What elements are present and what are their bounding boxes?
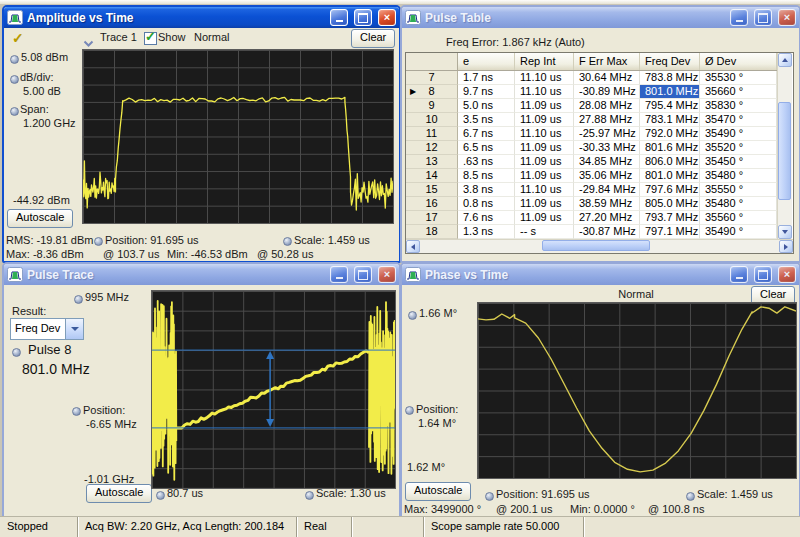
- row-number-cell[interactable]: 16: [406, 197, 458, 211]
- row-number-cell[interactable]: 7: [406, 71, 458, 85]
- horizontal-scroll-thumb[interactable]: [542, 240, 650, 251]
- table-cell[interactable]: -30.33 MHz: [574, 141, 640, 155]
- table-cell[interactable]: 806.0 MHz: [640, 155, 700, 169]
- table-cell[interactable]: 35830 °: [700, 99, 777, 113]
- top-reference-knob-icon[interactable]: [10, 55, 19, 64]
- table-cell[interactable]: 801.0 MHz: [640, 85, 700, 99]
- table-cell[interactable]: 797.1 MHz: [640, 225, 700, 239]
- table-cell[interactable]: 11.10 us: [515, 127, 574, 141]
- trace-selector-label[interactable]: Trace 1: [100, 31, 137, 43]
- table-cell[interactable]: 797.6 MHz: [640, 183, 700, 197]
- table-cell[interactable]: 35.06 MHz: [574, 169, 640, 183]
- table-cell[interactable]: 35470 °: [700, 113, 777, 127]
- dbdiv-knob-icon[interactable]: [10, 75, 19, 84]
- span-label[interactable]: Span:: [20, 103, 49, 115]
- table-row[interactable]: 116.7 ns11.10 us-25.97 MHz792.0 MHz35490…: [406, 127, 777, 141]
- table-cell[interactable]: 30.64 MHz: [574, 71, 640, 85]
- table-cell[interactable]: 1.3 ns: [458, 225, 515, 239]
- row-number-cell[interactable]: 18: [406, 225, 458, 239]
- autoscale-button[interactable]: Autoscale: [7, 209, 73, 228]
- autoscale-button[interactable]: Autoscale: [405, 482, 471, 501]
- scroll-left-button[interactable]: [406, 240, 420, 253]
- table-cell[interactable]: 35490 °: [700, 225, 777, 239]
- table-cell[interactable]: 11.09 us: [515, 141, 574, 155]
- x-position-readout[interactable]: Position: 91.695 us: [496, 488, 590, 500]
- row-number-cell[interactable]: 10: [406, 113, 458, 127]
- show-checkbox[interactable]: ✓: [144, 32, 157, 45]
- row-number-cell[interactable]: 17: [406, 211, 458, 225]
- horizontal-scrollbar[interactable]: [406, 239, 793, 253]
- scale-knob-icon[interactable]: [305, 491, 314, 500]
- maximize-button[interactable]: [354, 9, 372, 26]
- maximize-button[interactable]: [354, 266, 372, 283]
- table-row[interactable]: 153.8 ns11.10 us-29.84 MHz797.6 MHz35550…: [406, 183, 777, 197]
- x-position-knob-icon[interactable]: [156, 491, 165, 500]
- autoscale-button[interactable]: Autoscale: [86, 484, 152, 503]
- vertical-scrollbar[interactable]: [777, 53, 792, 239]
- table-cell[interactable]: 35480 °: [700, 197, 777, 211]
- table-cell[interactable]: 793.7 MHz: [640, 211, 700, 225]
- dropdown-button[interactable]: [65, 319, 83, 339]
- table-row[interactable]: 13.63 ns11.09 us34.85 MHz806.0 MHz35450 …: [406, 155, 777, 169]
- table-cell[interactable]: 11.09 us: [515, 155, 574, 169]
- table-cell[interactable]: .63 ns: [458, 155, 515, 169]
- table-row[interactable]: 103.5 ns11.09 us27.88 MHz783.1 MHz35470 …: [406, 113, 777, 127]
- table-cell[interactable]: 11.09 us: [515, 99, 574, 113]
- scale-knob-icon[interactable]: [283, 237, 292, 246]
- table-cell[interactable]: 3.8 ns: [458, 183, 515, 197]
- column-header[interactable]: Rep Int: [515, 53, 574, 70]
- vertical-scroll-thumb[interactable]: [778, 102, 791, 200]
- table-cell[interactable]: 801.0 MHz: [640, 169, 700, 183]
- table-cell[interactable]: 27.20 MHz: [574, 211, 640, 225]
- minimize-button[interactable]: [730, 266, 748, 283]
- titlebar[interactable]: Phase vs Time ×: [402, 264, 799, 285]
- row-number-cell[interactable]: 8▶: [406, 85, 458, 99]
- table-cell[interactable]: 6.5 ns: [458, 141, 515, 155]
- maximize-button[interactable]: [754, 9, 772, 26]
- vertical-scroll-track[interactable]: [778, 67, 792, 225]
- column-header[interactable]: Ø Dev: [700, 53, 777, 70]
- dbdiv-label[interactable]: dB/div:: [20, 71, 54, 83]
- column-header[interactable]: e: [458, 53, 515, 70]
- table-cell[interactable]: 805.0 MHz: [640, 197, 700, 211]
- table-cell[interactable]: 3.5 ns: [458, 113, 515, 127]
- table-cell[interactable]: 7.6 ns: [458, 211, 515, 225]
- table-cell[interactable]: 11.10 us: [515, 71, 574, 85]
- row-number-cell[interactable]: 12: [406, 141, 458, 155]
- pulse-number-label[interactable]: Pulse 8: [28, 342, 71, 357]
- table-cell[interactable]: 35550 °: [700, 183, 777, 197]
- table-cell[interactable]: 34.85 MHz: [574, 155, 640, 169]
- table-row[interactable]: 126.5 ns11.09 us-30.33 MHz801.6 MHz35520…: [406, 141, 777, 155]
- minimize-button[interactable]: [330, 266, 348, 283]
- table-cell[interactable]: 783.8 MHz: [640, 71, 700, 85]
- table-cell[interactable]: 11.10 us: [515, 183, 574, 197]
- row-number-cell[interactable]: 9: [406, 99, 458, 113]
- table-cell[interactable]: 35660 °: [700, 85, 777, 99]
- table-cell[interactable]: 11.09 us: [515, 211, 574, 225]
- position-knob-icon[interactable]: [94, 237, 103, 246]
- table-cell[interactable]: 783.1 MHz: [640, 113, 700, 127]
- table-cell[interactable]: 28.08 MHz: [574, 99, 640, 113]
- titlebar[interactable]: Pulse Trace ×: [4, 264, 399, 285]
- position-knob-icon[interactable]: [405, 406, 414, 415]
- titlebar[interactable]: Amplitude vs Time ×: [4, 7, 399, 28]
- close-button[interactable]: ×: [378, 9, 396, 26]
- table-cell[interactable]: 6.7 ns: [458, 127, 515, 141]
- table-cell[interactable]: 27.88 MHz: [574, 113, 640, 127]
- close-button[interactable]: ×: [778, 9, 796, 26]
- table-cell[interactable]: 35530 °: [700, 71, 777, 85]
- table-row[interactable]: 177.6 ns11.09 us27.20 MHz793.7 MHz35560 …: [406, 211, 777, 225]
- table-cell[interactable]: 801.6 MHz: [640, 141, 700, 155]
- table-row[interactable]: 148.5 ns11.09 us35.06 MHz801.0 MHz35480 …: [406, 169, 777, 183]
- table-cell[interactable]: 35450 °: [700, 155, 777, 169]
- pulse-trace-plot[interactable]: [151, 290, 396, 489]
- row-number-cell[interactable]: 14: [406, 169, 458, 183]
- table-cell[interactable]: 35560 °: [700, 211, 777, 225]
- close-button[interactable]: ×: [778, 266, 796, 283]
- table-cell[interactable]: 9.7 ns: [458, 85, 515, 99]
- top-reference-value[interactable]: 995 MHz: [85, 291, 129, 303]
- x-position-knob-icon[interactable]: [485, 492, 494, 501]
- table-cell[interactable]: 792.0 MHz: [640, 127, 700, 141]
- table-row[interactable]: 181.3 ns-- s-30.87 MHz797.1 MHz35490 °: [406, 225, 777, 239]
- table-row[interactable]: 160.8 ns11.09 us38.59 MHz805.0 MHz35480 …: [406, 197, 777, 211]
